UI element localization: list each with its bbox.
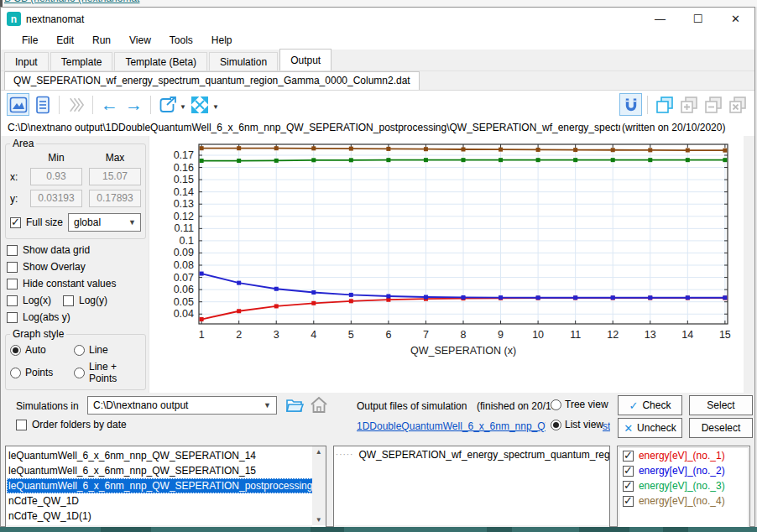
menu-help[interactable]: Help [202, 32, 242, 49]
written-on-label: (written on 20/10/2020) [622, 122, 725, 133]
scope-dropdown[interactable]: global ▼ [68, 213, 141, 232]
curve-checkbox[interactable] [623, 496, 634, 507]
tab-input[interactable]: Input [4, 52, 49, 70]
order-folders-label: Order folders by date [32, 419, 127, 430]
output-file-item[interactable]: ····· QW_SEPERATION_wf_energy_spectrum_q… [334, 446, 609, 461]
arrow-right-icon: → [125, 96, 143, 113]
toolbar-separator [59, 96, 60, 114]
close-page-icon [728, 95, 748, 115]
close-button[interactable]: ✕ [717, 8, 754, 30]
full-size-checkbox[interactable] [10, 217, 21, 228]
output-files-list[interactable]: ····· QW_SEPERATION_wf_energy_spectrum_q… [333, 446, 610, 532]
chart-area[interactable]: 1234567891011121314150.040.050.060.070.0… [149, 136, 744, 393]
snap-button[interactable] [619, 93, 642, 116]
uncheck-button[interactable]: ✕ Uncheck [618, 418, 682, 438]
log-x-checkbox[interactable] [7, 295, 18, 306]
menu-tools[interactable]: Tools [160, 32, 202, 49]
folders-list[interactable]: leQuantumWell_6_x_6nm_nnp_QW_SEPERATION_… [5, 446, 326, 532]
check-button[interactable]: ✓ Check [618, 395, 682, 415]
scroll-down-icon[interactable]: ▼ [316, 516, 322, 524]
select-button[interactable]: Select [689, 395, 753, 415]
svg-text:5: 5 [348, 329, 354, 341]
text-view-button[interactable] [31, 93, 54, 116]
toolbar: ← → ▼ ▼ [1, 91, 754, 118]
graph-view-button[interactable] [7, 93, 29, 116]
svg-text:0.06: 0.06 [174, 284, 194, 295]
previous-button[interactable]: ← [98, 93, 121, 116]
menu-edit[interactable]: Edit [47, 32, 83, 49]
svg-text:14: 14 [681, 329, 693, 341]
curve-label: energy[eV]_(no._4) [639, 495, 725, 507]
home-icon[interactable] [310, 396, 328, 414]
tree-view-label: Tree view [565, 399, 608, 410]
curve-checkbox[interactable] [623, 466, 634, 477]
svg-text:QW_SEPERATION (x): QW_SEPERATION (x) [410, 345, 516, 357]
x-min-field[interactable]: 0.93 [30, 168, 82, 185]
link-fragment[interactable]: st [603, 420, 610, 432]
graph-style-line-radio[interactable] [74, 345, 85, 356]
folder-item[interactable]: leQuantumWell_6_x_6nm_nnp_QW_SEPERATION_… [7, 448, 311, 463]
folders-vertical-scrollbar[interactable]: ▲▼ [312, 446, 326, 525]
svg-text:3: 3 [274, 329, 279, 341]
deselect-button[interactable]: Deselect [689, 418, 753, 438]
fullscreen-button[interactable] [189, 93, 211, 116]
arrow-left-icon: ← [101, 96, 118, 113]
curve-checkbox[interactable] [623, 481, 634, 492]
y-max-field[interactable]: 0.17893 [89, 190, 141, 207]
log-abs-y-checkbox[interactable] [7, 312, 18, 323]
show-data-grid-checkbox[interactable] [7, 245, 18, 256]
order-folders-checkbox[interactable] [16, 420, 27, 430]
export-dropdown-caret[interactable]: ▼ [180, 103, 186, 111]
y-row-label: y: [10, 193, 23, 205]
folder-item-selected[interactable]: leQuantumWell_6_x_6nm_nnp_QW_SEPERATION_… [7, 478, 315, 493]
add-page-button[interactable] [677, 93, 700, 116]
log-y-checkbox[interactable] [63, 295, 74, 306]
menu-view[interactable]: View [120, 32, 160, 49]
curve-label: energy[eV]_(no._3) [639, 480, 725, 492]
graph-options-panel: Area Min Max x: 0.93 15.07 y: 0.03193 0.… [1, 136, 149, 393]
minimize-button[interactable]: — [641, 8, 679, 30]
menu-file[interactable]: File [13, 32, 47, 49]
order-folders-row: Order folders by date [16, 419, 127, 430]
new-tab-button[interactable] [653, 93, 676, 116]
close-tab-button[interactable] [726, 93, 749, 116]
curves-list[interactable]: energy[eV]_(no._1) energy[eV]_(no._2) en… [617, 446, 750, 532]
add-page-icon [679, 95, 699, 115]
list-view-radio[interactable] [551, 420, 561, 430]
overlay-button[interactable] [65, 93, 87, 116]
tab-template[interactable]: Template [50, 52, 113, 70]
next-button[interactable]: → [123, 93, 145, 116]
tab-template-beta[interactable]: Template (Beta) [114, 52, 207, 70]
x-row-label: x: [10, 171, 23, 183]
remove-page-button[interactable] [702, 93, 724, 116]
curve-item[interactable]: energy[eV]_(no._3) [618, 477, 749, 492]
fullscreen-dropdown-caret[interactable]: ▼ [212, 103, 219, 111]
curve-label: energy[eV]_(no._2) [639, 465, 725, 477]
svg-text:0.08: 0.08 [174, 259, 194, 271]
curve-item[interactable]: energy[eV]_(no._2) [618, 462, 749, 477]
graph-style-auto-radio[interactable] [10, 345, 21, 356]
folder-item[interactable]: nCdTe_QW_1D(1) [7, 509, 311, 524]
graph-style-points-radio[interactable] [10, 368, 21, 378]
x-max-field[interactable]: 15.07 [89, 168, 141, 185]
y-min-field[interactable]: 0.03193 [30, 190, 82, 207]
hide-constant-values-checkbox[interactable] [7, 279, 18, 289]
folder-item[interactable]: nCdTe_QW_1D [7, 493, 311, 509]
show-overlay-checkbox[interactable] [7, 262, 18, 273]
menu-run[interactable]: Run [83, 32, 120, 49]
curve-item[interactable]: energy[eV]_(no._1) [618, 446, 749, 462]
file-tab-active[interactable]: QW_SEPERATION_wf_energy_spectrum_quantum… [4, 71, 420, 90]
tab-simulation[interactable]: Simulation [209, 52, 278, 70]
folder-item[interactable]: leQuantumWell_6_x_6nm_nnp_QW_SEPERATION_… [7, 463, 311, 478]
maximize-button[interactable]: ☐ [679, 8, 717, 30]
export-button[interactable] [156, 93, 179, 116]
simulation-link[interactable]: 1DDoubleQuantumWell_6_x_6nm_nnp_QW_SEP [357, 420, 546, 432]
graph-style-line-points-radio[interactable] [74, 368, 85, 378]
curve-item[interactable]: energy[eV]_(no._4) [618, 492, 749, 507]
simulations-folder-dropdown[interactable]: C:\D\nextnano output ▼ [87, 396, 277, 415]
curve-checkbox[interactable] [623, 451, 634, 462]
scroll-up-icon[interactable]: ▲ [316, 448, 322, 456]
tree-view-radio[interactable] [551, 399, 561, 410]
tab-output[interactable]: Output [279, 49, 332, 70]
open-folder-icon[interactable] [285, 397, 304, 414]
